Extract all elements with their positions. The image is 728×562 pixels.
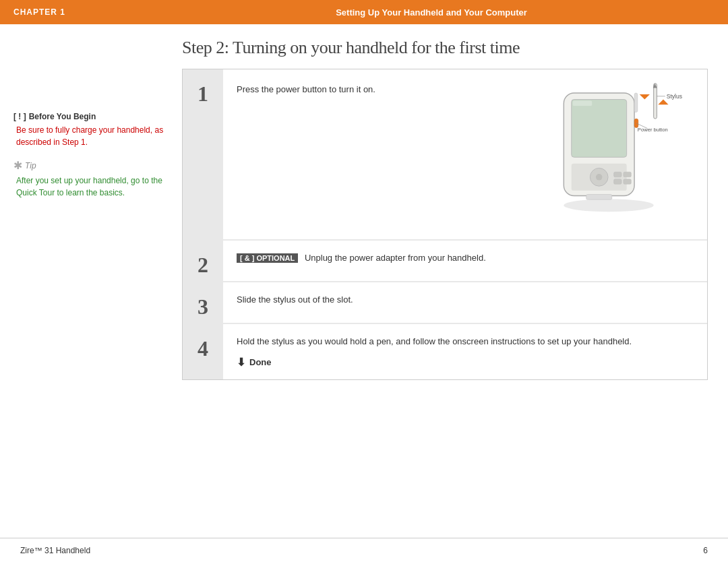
step2-text: [ & ] OPTIONAL Unplug the power adapter … xyxy=(237,251,696,266)
svg-rect-10 xyxy=(624,179,631,185)
steps-container: 1 Press the power button to turn it on. xyxy=(182,69,708,380)
svg-text:Power button: Power button xyxy=(638,127,668,133)
svg-point-6 xyxy=(596,174,603,181)
warning-text: Be sure to fully charge your handheld, a… xyxy=(13,124,169,148)
done-label: Done xyxy=(249,357,272,367)
step-content-1: Press the power button to turn it on. xyxy=(223,69,707,239)
header-title: Setting Up Your Handheld and Your Comput… xyxy=(148,7,715,18)
warning-badge: [ ! ] xyxy=(13,112,26,121)
step3-text: Slide the stylus out of the slot. xyxy=(237,293,696,307)
warning-header: [ ! ] Before You Begin xyxy=(13,112,169,121)
step2-main-text: Unplug the power adapter from your handh… xyxy=(305,253,486,263)
handheld-svg: Stylus Power button xyxy=(521,80,696,215)
tip-section: ✱ Tip After you set up your handheld, go… xyxy=(13,159,169,199)
tip-header: ✱ Tip xyxy=(13,159,169,172)
svg-point-0 xyxy=(564,199,653,212)
tip-label: Tip xyxy=(25,161,36,170)
svg-rect-13 xyxy=(654,84,657,119)
handheld-illustration: Stylus Power button xyxy=(521,80,696,215)
page-heading: Step 2: Turning on your handheld for the… xyxy=(182,38,708,58)
svg-text:Stylus: Stylus xyxy=(667,93,682,100)
optional-badge: [ & ] OPTIONAL xyxy=(237,253,298,263)
done-section: ⬇ Done xyxy=(237,356,696,369)
step-number-4: 4 xyxy=(183,324,223,379)
main-content: [ ! ] Before You Begin Be sure to fully … xyxy=(0,24,728,538)
step-content-2: [ & ] OPTIONAL Unplug the power adapter … xyxy=(223,241,707,281)
svg-rect-3 xyxy=(573,100,593,106)
footer-brand: Zire™ 31 Handheld xyxy=(20,546,90,555)
step1-text: Press the power button to turn it on. xyxy=(237,80,521,97)
step-number-2: 2 xyxy=(183,241,223,281)
step-content-4: Hold the stylus as you would hold a pen,… xyxy=(223,324,707,379)
svg-marker-20 xyxy=(640,94,650,100)
svg-rect-15 xyxy=(586,195,612,200)
svg-rect-8 xyxy=(624,172,631,177)
tip-text: After you set up your handheld, go to th… xyxy=(13,175,169,199)
step1-layout: Press the power button to turn it on. xyxy=(237,80,696,228)
chapter-label: CHAPTER 1 xyxy=(13,7,148,17)
svg-rect-12 xyxy=(634,93,638,113)
svg-rect-2 xyxy=(572,100,627,158)
step-row-1: 1 Press the power button to turn it on. xyxy=(183,69,707,239)
step-number-3: 3 xyxy=(183,282,223,323)
step4-text: Hold the stylus as you would hold a pen,… xyxy=(237,335,696,349)
done-arrow-icon: ⬇ xyxy=(237,356,245,369)
step-number-1: 1 xyxy=(183,69,223,239)
sidebar: [ ! ] Before You Begin Be sure to fully … xyxy=(13,38,169,531)
footer: Zire™ 31 Handheld 6 xyxy=(0,538,728,562)
step-row-4: 4 Hold the stylus as you would hold a pe… xyxy=(183,324,707,379)
step-row-2: 2 [ & ] OPTIONAL Unplug the power adapte… xyxy=(183,241,707,281)
tip-star-icon: ✱ xyxy=(13,159,22,172)
warning-section: [ ! ] Before You Begin Be sure to fully … xyxy=(13,112,169,148)
step-content-3: Slide the stylus out of the slot. xyxy=(223,282,707,323)
svg-rect-9 xyxy=(614,179,621,185)
warning-title: Before You Begin xyxy=(29,112,96,121)
svg-rect-7 xyxy=(614,172,621,177)
step-row-3: 3 Slide the stylus out of the slot. xyxy=(183,282,707,323)
svg-marker-21 xyxy=(658,100,668,105)
footer-page: 6 xyxy=(703,546,708,555)
content-area: Step 2: Turning on your handheld for the… xyxy=(182,38,708,531)
header-bar: CHAPTER 1 Setting Up Your Handheld and Y… xyxy=(0,0,728,24)
